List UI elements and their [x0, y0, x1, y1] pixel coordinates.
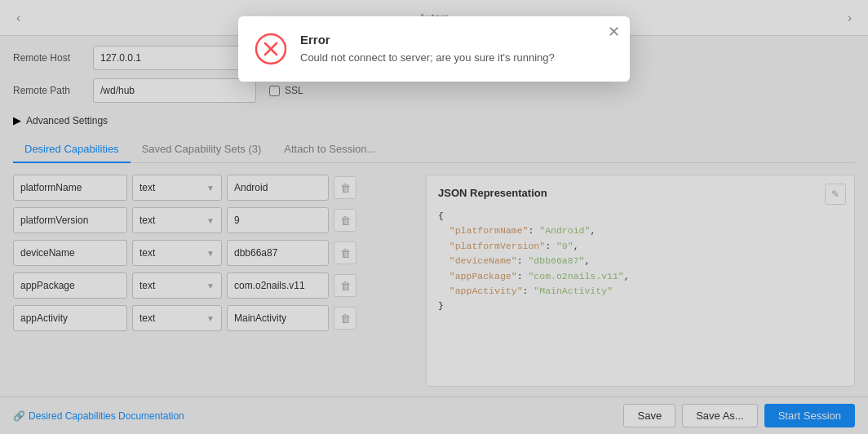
dialog-body: Error Could not connect to server; are y…: [300, 33, 555, 64]
error-dialog: Error Could not connect to server; are y…: [238, 16, 630, 82]
dialog-message: Could not connect to server; are you sur…: [300, 51, 555, 64]
main-container: ‹ Autom › Remote Host Remote Port Remote…: [0, 0, 868, 434]
dialog-title: Error: [300, 33, 555, 46]
error-icon: [255, 33, 287, 65]
error-overlay: Error Could not connect to server; are y…: [0, 0, 868, 434]
dialog-close-button[interactable]: ✕: [608, 24, 620, 39]
